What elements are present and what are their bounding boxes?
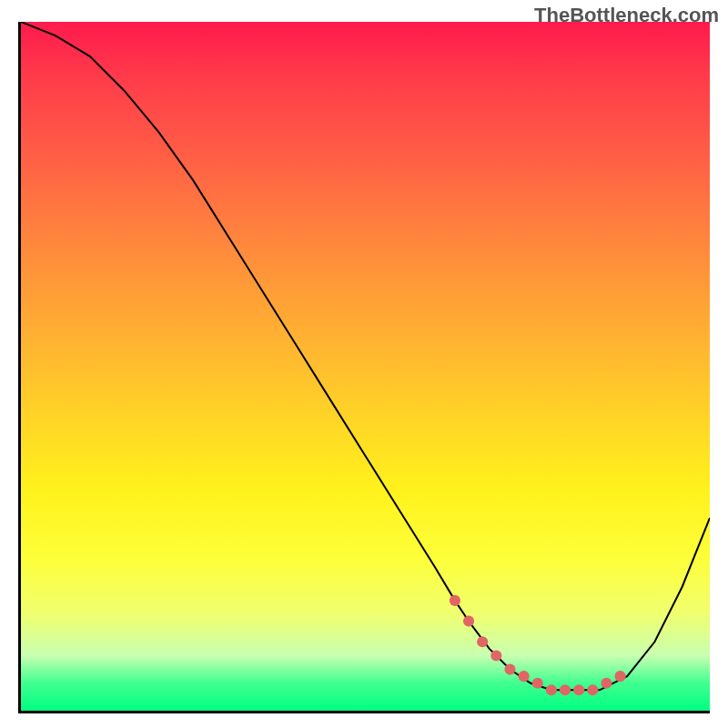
- marker-dot: [450, 595, 460, 606]
- marker-dot: [573, 684, 584, 695]
- marker-dot: [504, 664, 515, 675]
- marker-dot: [532, 678, 543, 689]
- optimal-zone-markers: [450, 595, 626, 696]
- marker-dot: [490, 650, 501, 661]
- marker-dot: [615, 671, 626, 682]
- plot-area: [18, 22, 710, 713]
- marker-dot: [546, 684, 557, 695]
- bottleneck-curve: [21, 22, 710, 690]
- marker-dot: [601, 678, 612, 689]
- curve-svg: [21, 22, 710, 711]
- chart-container: TheBottleneck.com: [0, 0, 728, 728]
- watermark-text: TheBottleneck.com: [534, 4, 719, 27]
- marker-dot: [477, 636, 488, 647]
- marker-dot: [519, 671, 530, 682]
- marker-dot: [560, 684, 571, 695]
- marker-dot: [463, 616, 474, 627]
- marker-dot: [587, 684, 598, 695]
